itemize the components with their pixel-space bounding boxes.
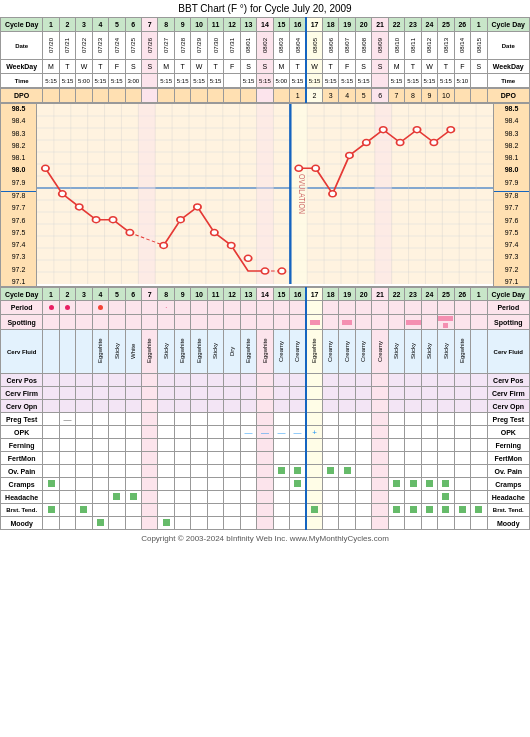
cd-bottom-label: Cycle Day — [1, 288, 43, 301]
time-row: Time 5:15 5:15 5:00 5:15 5:15 3:00 5:15 … — [1, 74, 530, 88]
cd-25: 25 — [438, 18, 454, 32]
fluid-21: Creamy — [377, 331, 384, 371]
p-7 — [142, 301, 158, 315]
p-5 — [109, 301, 125, 315]
cd-22: 22 — [388, 18, 404, 32]
cd-19: 19 — [339, 18, 355, 32]
graph-area: OVULATION — [36, 103, 494, 287]
dpo-23: 8 — [405, 89, 421, 103]
temp-97-1: 97.1 — [1, 278, 36, 285]
t-4: 5:15 — [92, 74, 108, 88]
brst-tend-row: Brst. Tend. Brst. Tend. — [1, 504, 530, 517]
spot-23c — [416, 320, 421, 325]
temp-r-97-6: 97.6 — [494, 217, 529, 224]
temp-98-5: 98.5 — [1, 105, 36, 112]
fluid-16: Creamy — [294, 331, 301, 371]
temp-dot-1 — [42, 165, 49, 171]
headache-row: Headache Headache — [1, 491, 530, 504]
cramp-23 — [410, 480, 417, 487]
temperature-svg: OVULATION — [37, 104, 493, 284]
cerv-firm-row: Cerv Firm Cerv Firm — [1, 387, 530, 400]
dpo-24: 9 — [421, 89, 437, 103]
cramp-25 — [442, 480, 449, 487]
fluid-row: Cerv Fluid Eggwhite Sticky White Eggwhit… — [1, 330, 530, 374]
dpo-10 — [191, 89, 207, 103]
bottom-table: Cycle Day 123456 7 8910111213 14 1516 17… — [0, 287, 530, 530]
spotting-label-right: Spotting — [487, 315, 529, 330]
chart-container: Cycle Day 1 2 3 4 5 6 7 8 9 10 11 12 13 … — [0, 17, 530, 530]
cd-next1: 1 — [471, 18, 487, 32]
wd-20: S — [355, 60, 371, 74]
dpo-5 — [109, 89, 125, 103]
temp-r-98-3: 98.3 — [494, 130, 529, 137]
footer: Copyright © 2003-2024 bInfinity Web Inc.… — [0, 530, 530, 547]
cd-9: 9 — [174, 18, 190, 32]
temp-r-97-1: 97.1 — [494, 278, 529, 285]
temp-r-97-9: 97.9 — [494, 179, 529, 186]
dpo-3 — [76, 89, 92, 103]
temp-dot-22 — [380, 127, 387, 133]
svg-rect-17 — [257, 104, 274, 284]
temp-98-1: 98.1 — [1, 154, 36, 161]
period-dot-4 — [98, 305, 103, 310]
graph-row: 98.5 98.4 98.3 98.2 98.1 98.0 97.9 97.8 … — [0, 103, 530, 287]
temp-97-8: 97.8 — [1, 191, 36, 199]
ovpain-16a — [294, 467, 301, 474]
cerv-firm-label-right: Cerv Firm — [487, 387, 529, 400]
wd-5: F — [109, 60, 125, 74]
fluid-10: Eggwhite — [196, 331, 203, 371]
page-title: BBT Chart (F °) for Cycle July 20, 2009 — [0, 0, 530, 17]
fluid-24: Sticky — [426, 331, 433, 371]
t-26: 5:10 — [454, 74, 470, 88]
p-6 — [125, 301, 141, 315]
temperature-graph-wrapper: DPO 1 2 3 4 5 6 7 8 — [0, 88, 530, 287]
t-2: 5:15 — [59, 74, 75, 88]
t-25: 5:15 — [438, 74, 454, 88]
cd-18: 18 — [323, 18, 339, 32]
temp-dot-25 — [430, 140, 437, 146]
date-10: 07/29 — [191, 32, 207, 60]
moody-row: Moody Moody — [1, 517, 530, 530]
spot-25c — [448, 316, 453, 321]
wd-18: T — [323, 60, 339, 74]
t-9: 5:15 — [174, 74, 190, 88]
p-1 — [43, 301, 59, 315]
dpo-7 — [142, 89, 158, 103]
p-4 — [92, 301, 108, 315]
dpo-15 — [273, 89, 289, 103]
temp-dot-8 — [160, 242, 167, 248]
temp-dot-14 — [244, 255, 251, 261]
date-15: 08/03 — [273, 32, 289, 60]
cerv-opn-row: Cerv Opn Cerv Opn — [1, 400, 530, 413]
cd-7: 7 — [142, 18, 158, 32]
wd-6: S — [125, 60, 141, 74]
fluid-9: Eggwhite — [179, 331, 186, 371]
t-13: 5:15 — [240, 74, 256, 88]
fluid-26: Eggwhite — [459, 331, 466, 371]
temp-dot-3 — [76, 204, 83, 210]
cd-11: 11 — [207, 18, 223, 32]
wd-13: S — [240, 60, 256, 74]
cd-21: 21 — [372, 18, 388, 32]
t-1: 5:15 — [43, 74, 59, 88]
temp-dot-23 — [396, 140, 403, 146]
cd-6: 6 — [125, 18, 141, 32]
temp-dot-11 — [211, 230, 218, 236]
fluid-7: Eggwhite — [146, 331, 153, 371]
dpo-13 — [240, 89, 256, 103]
weekday-row: WeekDay M T W T F S S M T W T F S S M T … — [1, 60, 530, 74]
fertmon-row: FertMon FertMon — [1, 452, 530, 465]
fluid-12: Dry — [229, 331, 236, 371]
cd-2: 2 — [59, 18, 75, 32]
weekday-label-right: WeekDay — [487, 60, 529, 74]
t-6: 3:00 — [125, 74, 141, 88]
dpo-8 — [158, 89, 174, 103]
cd-16: 16 — [290, 18, 306, 32]
wd-11: T — [207, 60, 223, 74]
cycle-day-label: Cycle Day — [1, 18, 43, 32]
cd-8: 8 — [158, 18, 174, 32]
date-20: 08/08 — [355, 32, 371, 60]
brst-tend-label: Brst. Tend. — [1, 504, 43, 517]
wd-26: F — [454, 60, 470, 74]
date-row: Date 07/20 07/21 07/22 07/23 07/24 07/25… — [1, 32, 530, 60]
